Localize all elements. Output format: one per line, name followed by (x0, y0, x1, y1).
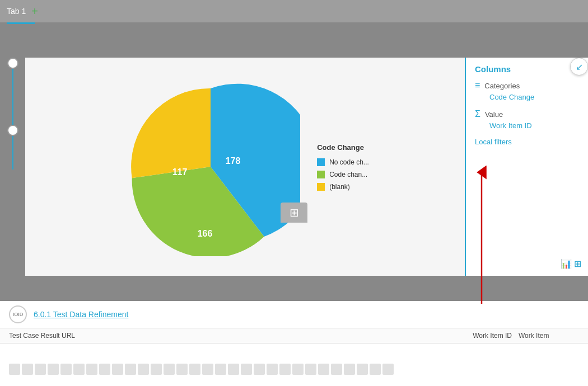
value-label: Value (485, 110, 503, 119)
tab-label[interactable]: Tab 1 (7, 7, 26, 16)
placeholder-bar (86, 364, 97, 375)
pie-chart: 178 166 117 (121, 77, 300, 256)
legend-title: Code Change (317, 143, 369, 152)
timeline-line (12, 58, 13, 170)
table-header: Test Case Result URL Work Item ID Work I… (0, 328, 588, 343)
tab-bar: Tab 1 + (0, 0, 588, 22)
bottom-section: IOID 6.0.1 Test Data Refinement Test Cas… (0, 301, 588, 386)
col-work-item: Work Item (512, 332, 579, 340)
table-rows-area (0, 343, 588, 377)
placeholder-bar (9, 364, 20, 375)
legend: Code Change No code ch... Code chan... (… (317, 143, 369, 191)
placeholder-bar (215, 364, 226, 375)
legend-label-blue: No code ch... (329, 158, 369, 166)
pie-label-green: 166 (198, 229, 213, 238)
placeholder-bar (254, 364, 265, 375)
placeholder-bar (279, 364, 291, 375)
placeholder-bar (112, 364, 123, 375)
placeholder-bar (331, 364, 342, 375)
categories-section: ≡ Categories Code Change (475, 81, 579, 101)
chart-panel: 178 166 117 Code Change No code ch... Co… (25, 58, 465, 276)
placeholder-bar (292, 364, 304, 375)
panel-bottom-icons: 📊 ⊞ (561, 258, 581, 269)
add-tab-button[interactable]: + (31, 5, 38, 18)
placeholder-bar (267, 364, 278, 375)
legend-label-green: Code chan... (329, 171, 367, 178)
collapse-icon: ↙ (576, 62, 583, 72)
main-area: 178 166 117 Code Change No code ch... Co… (0, 24, 588, 386)
placeholder-bar (125, 364, 136, 375)
grid-toggle-button[interactable]: ⊞ (281, 203, 307, 223)
grid-toggle-area: ⊞ (281, 203, 307, 223)
placeholder-bar (48, 364, 59, 375)
placeholder-bar (35, 364, 46, 375)
categories-label: Categories (484, 82, 520, 90)
placeholder-bar (138, 364, 149, 375)
pie-container: 178 166 117 Code Change No code ch... Co… (104, 66, 386, 267)
placeholder-bar (318, 364, 329, 375)
logo-circle: IOID (9, 305, 27, 323)
col-test-case-url: Test Case Result URL (9, 332, 445, 340)
sort-icon[interactable]: ⊞ (574, 258, 581, 269)
timeline-dot-top (7, 58, 18, 69)
legend-color-yellow (317, 183, 325, 191)
placeholder-bar (99, 364, 110, 375)
local-filters-link[interactable]: Local filters (475, 138, 579, 146)
placeholder-bar (151, 364, 162, 375)
value-section: Σ Value Work Item ID (475, 109, 579, 130)
placeholder-bar (164, 364, 175, 375)
placeholder-bar (189, 364, 200, 375)
placeholder-bar (228, 364, 239, 375)
right-panel: Columns ≡ Categories Code Change Σ Value… (465, 58, 588, 276)
placeholder-bar (202, 364, 213, 375)
legend-label-yellow: (blank) (329, 183, 350, 191)
placeholder-bar (382, 364, 394, 375)
chart-settings-icon[interactable]: 📊 (561, 258, 572, 269)
pie-label-yellow: 117 (172, 167, 188, 177)
collapse-button[interactable]: ↙ (570, 58, 588, 76)
logo-text: IOID (13, 312, 24, 317)
pie-label-blue: 178 (226, 156, 241, 166)
categories-icon: ≡ (475, 81, 480, 91)
placeholder-bar (241, 364, 252, 375)
legend-item-blue: No code ch... (317, 158, 369, 166)
panel-icon-row: 📊 ⊞ (561, 258, 581, 269)
categories-value[interactable]: Code Change (475, 93, 579, 101)
columns-title: Columns (475, 64, 579, 74)
timeline-dot-bottom (7, 125, 18, 136)
placeholder-bar (176, 364, 188, 375)
placeholder-bar (344, 364, 355, 375)
pie-segment-yellow (131, 88, 211, 178)
placeholder-bar (60, 364, 72, 375)
legend-item-yellow: (blank) (317, 183, 369, 191)
work-item-id-value[interactable]: Work Item ID (475, 121, 579, 130)
legend-item-green: Code chan... (317, 171, 369, 178)
placeholder-bar (22, 364, 33, 375)
value-header: Σ Value (475, 109, 579, 119)
placeholder-bar (370, 364, 381, 375)
sigma-icon: Σ (475, 109, 480, 119)
legend-color-green (317, 171, 325, 178)
grid-icon: ⊞ (290, 206, 299, 219)
legend-color-blue (317, 158, 325, 166)
col-work-item-id: Work Item ID (445, 332, 512, 340)
categories-header: ≡ Categories (475, 81, 579, 91)
placeholder-bar (357, 364, 368, 375)
placeholder-bar (305, 364, 316, 375)
bottom-title-bar: IOID 6.0.1 Test Data Refinement (0, 301, 588, 328)
bottom-title[interactable]: 6.0.1 Test Data Refinement (34, 310, 128, 319)
placeholder-bar (73, 364, 85, 375)
